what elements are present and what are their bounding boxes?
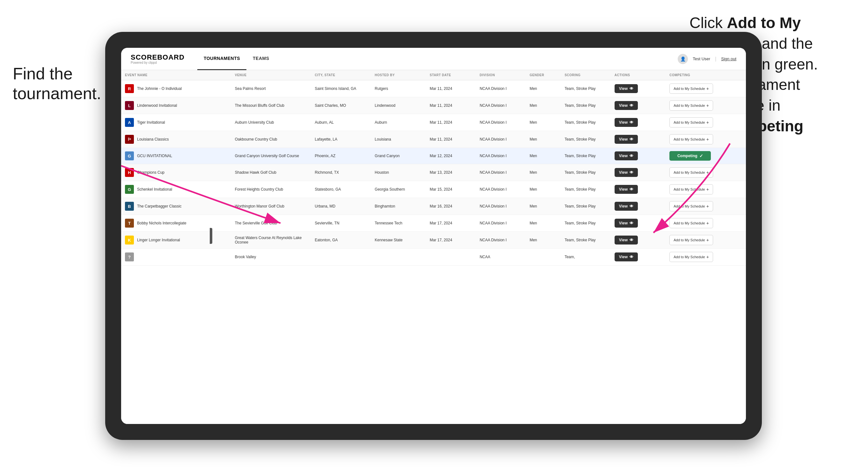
add-to-schedule-button[interactable]: Add to My Schedule + bbox=[670, 167, 713, 178]
view-button[interactable]: View 👁 bbox=[615, 185, 638, 194]
nav-tabs: TOURNAMENTS TEAMS bbox=[197, 48, 678, 70]
event-name-cell: L Lindenwood Invitational bbox=[125, 101, 227, 110]
view-button[interactable]: View 👁 bbox=[615, 236, 638, 245]
venue-cell: Brook Valley bbox=[231, 249, 311, 266]
add-to-schedule-button[interactable]: Add to My Schedule + bbox=[670, 84, 713, 94]
col-header-scoring: SCORING bbox=[561, 70, 611, 80]
division-cell: NCAA Division I bbox=[476, 97, 526, 114]
view-button[interactable]: View 👁 bbox=[615, 135, 638, 144]
check-icon: ✓ bbox=[700, 153, 703, 158]
scoring-cell: Team, Stroke Play bbox=[561, 131, 611, 148]
start-cell: Mar 16, 2024 bbox=[426, 198, 476, 215]
hosted-cell: Georgia Southern bbox=[371, 181, 426, 198]
view-button[interactable]: View 👁 bbox=[615, 202, 638, 211]
competing-button[interactable]: Competing ✓ bbox=[670, 151, 711, 161]
scoring-cell: Team, bbox=[561, 249, 611, 266]
team-logo: L bbox=[125, 101, 134, 110]
eye-icon: 👁 bbox=[629, 255, 633, 259]
tournaments-table: EVENT NAME VENUE CITY, STATE HOSTED BY S… bbox=[121, 70, 746, 266]
plus-icon: + bbox=[706, 86, 709, 91]
start-cell: Mar 12, 2024 bbox=[426, 148, 476, 164]
event-name-cell: H Champions Cup bbox=[125, 168, 227, 177]
eye-icon: 👁 bbox=[629, 187, 633, 192]
table-container[interactable]: EVENT NAME VENUE CITY, STATE HOSTED BY S… bbox=[121, 70, 746, 424]
add-to-schedule-button[interactable]: Add to My Schedule + bbox=[670, 235, 713, 245]
sign-out-link[interactable]: Sign out bbox=[721, 56, 736, 61]
plus-icon: + bbox=[706, 103, 709, 108]
hosted-cell: Tennessee Tech bbox=[371, 215, 426, 232]
venue-cell: Auburn University Club bbox=[231, 114, 311, 131]
scoring-cell: Team, Stroke Play bbox=[561, 215, 611, 232]
view-button[interactable]: View 👁 bbox=[615, 219, 638, 227]
table-row: L Lindenwood Invitational The Missouri B… bbox=[121, 97, 746, 114]
logo-area: SCOREBOARD Powered by clippd bbox=[131, 53, 185, 64]
event-name: Bobby Nichols Intercollegiate bbox=[137, 221, 186, 225]
add-to-schedule-button[interactable]: Add to My Schedule + bbox=[670, 252, 713, 262]
view-label: View bbox=[619, 187, 628, 192]
eye-icon: 👁 bbox=[629, 120, 633, 125]
tab-tournaments[interactable]: TOURNAMENTS bbox=[197, 48, 246, 70]
competing-cell: Add to My Schedule + bbox=[670, 100, 742, 111]
view-label: View bbox=[619, 170, 628, 175]
team-logo: G bbox=[125, 151, 134, 160]
view-label: View bbox=[619, 137, 628, 142]
plus-icon: + bbox=[706, 137, 709, 142]
city-cell: Auburn, AL bbox=[311, 114, 371, 131]
start-cell: Mar 13, 2024 bbox=[426, 164, 476, 181]
add-to-schedule-button[interactable]: Add to My Schedule + bbox=[670, 117, 713, 127]
gender-cell: Men bbox=[526, 215, 561, 232]
view-button[interactable]: View 👁 bbox=[615, 151, 638, 160]
gender-cell: Men bbox=[526, 181, 561, 198]
competing-label: Competing bbox=[677, 154, 698, 158]
scoring-cell: Team, Stroke Play bbox=[561, 198, 611, 215]
actions-cell: View 👁 bbox=[615, 135, 662, 144]
division-cell: NCAA bbox=[476, 249, 526, 266]
add-schedule-label: Add to My Schedule bbox=[674, 187, 705, 191]
actions-cell: View 👁 bbox=[615, 219, 662, 227]
competing-cell: Add to My Schedule + bbox=[670, 167, 742, 178]
add-schedule-label: Add to My Schedule bbox=[674, 221, 705, 225]
view-button[interactable]: View 👁 bbox=[615, 101, 638, 110]
view-label: View bbox=[619, 103, 628, 108]
plus-icon: + bbox=[706, 187, 709, 192]
plus-icon: + bbox=[706, 120, 709, 125]
event-name: GCU INVITATIONAL bbox=[137, 154, 172, 158]
city-cell: Sevierville, TN bbox=[311, 215, 371, 232]
city-cell: Saint Simons Island, GA bbox=[311, 80, 371, 97]
actions-cell: View 👁 bbox=[615, 168, 662, 177]
view-label: View bbox=[619, 154, 628, 158]
team-logo: B bbox=[125, 202, 134, 211]
scoring-cell: Team, Stroke Play bbox=[561, 232, 611, 249]
hosted-cell bbox=[371, 249, 426, 266]
view-button[interactable]: View 👁 bbox=[615, 118, 638, 127]
event-name-cell: 🏳 Louisiana Classics bbox=[125, 135, 227, 144]
event-name-cell: ? bbox=[125, 252, 227, 261]
logo-text: SCOREBOARD bbox=[131, 53, 185, 62]
division-cell: NCAA Division I bbox=[476, 164, 526, 181]
competing-cell: Add to My Schedule + bbox=[670, 184, 742, 194]
col-header-actions: ACTIONS bbox=[611, 70, 665, 80]
table-row: R The Johnnie - O Individual Sea Palms R… bbox=[121, 80, 746, 97]
view-button[interactable]: View 👁 bbox=[615, 252, 638, 261]
add-to-schedule-button[interactable]: Add to My Schedule + bbox=[670, 218, 713, 228]
division-cell: NCAA Division I bbox=[476, 80, 526, 97]
start-cell: Mar 11, 2024 bbox=[426, 97, 476, 114]
view-button[interactable]: View 👁 bbox=[615, 168, 638, 177]
hosted-cell: Houston bbox=[371, 164, 426, 181]
event-name-cell: B The Carpetbagger Classic bbox=[125, 202, 227, 211]
tab-teams[interactable]: TEAMS bbox=[246, 48, 276, 70]
add-to-schedule-button[interactable]: Add to My Schedule + bbox=[670, 184, 713, 194]
add-to-schedule-button[interactable]: Add to My Schedule + bbox=[670, 134, 713, 145]
event-name-cell: R The Johnnie - O Individual bbox=[125, 84, 227, 93]
add-to-schedule-button[interactable]: Add to My Schedule + bbox=[670, 201, 713, 211]
hosted-cell: Binghamton bbox=[371, 198, 426, 215]
add-to-schedule-button[interactable]: Add to My Schedule + bbox=[670, 100, 713, 111]
event-name-cell: G Schenkel Invitational bbox=[125, 185, 227, 194]
eye-icon: 👁 bbox=[629, 221, 633, 225]
competing-cell: Competing ✓ bbox=[670, 151, 742, 161]
team-logo: H bbox=[125, 168, 134, 177]
view-label: View bbox=[619, 221, 628, 225]
view-button[interactable]: View 👁 bbox=[615, 84, 638, 93]
add-schedule-label: Add to My Schedule bbox=[674, 121, 705, 124]
venue-cell: Great Waters Course At Reynolds Lake Oco… bbox=[231, 232, 311, 249]
